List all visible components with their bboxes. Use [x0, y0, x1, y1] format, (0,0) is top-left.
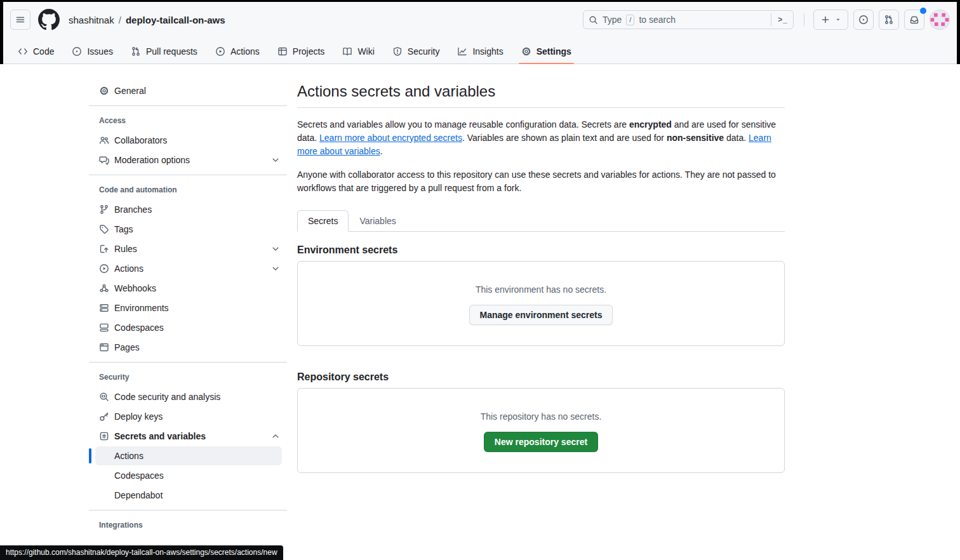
sidebar-item-tags[interactable]: Tags [89, 220, 287, 239]
browser-icon [99, 342, 109, 352]
manage-environment-secrets-button[interactable]: Manage environment secrets [469, 305, 613, 325]
repo-tab-insights[interactable]: Insights [448, 39, 512, 63]
repo-tab-label: Projects [293, 46, 325, 57]
sidebar-item-secrets-and-variables[interactable]: Secrets and variables [89, 427, 287, 446]
sidebar-item-label: Moderation options [114, 155, 190, 165]
repo-tab-label: Code [33, 46, 54, 57]
sidebar-section-code-and-automation: Code and automation [89, 180, 287, 199]
page-title: Actions secrets and variables [297, 81, 785, 107]
command-palette-icon[interactable]: >_ [771, 13, 788, 26]
avatar[interactable] [930, 10, 950, 30]
chevron-down-wrap [270, 244, 281, 254]
github-mark-icon [38, 9, 60, 30]
create-new-button[interactable] [813, 10, 848, 30]
sidebar-item-label: Webhooks [114, 283, 156, 293]
breadcrumb-owner[interactable]: shashitnak [69, 15, 114, 25]
hamburger-icon [15, 15, 25, 25]
sidebar-item-branches[interactable]: Branches [89, 200, 287, 219]
sidebar-item-dependabot[interactable]: Dependabot [95, 486, 282, 505]
sidebar-item-codespaces[interactable]: Codespaces [95, 466, 282, 485]
global-nav-menu-button[interactable] [10, 10, 30, 30]
settings-sidebar: GeneralAccessCollaboratorsModeration opt… [89, 81, 287, 535]
page-layout: GeneralAccessCollaboratorsModeration opt… [0, 64, 960, 560]
sidebar-item-label: Dependabot [114, 490, 163, 500]
intro-text: . Variables are shown as plain text and … [462, 133, 667, 143]
sidebar-divider [89, 362, 287, 363]
chevron-down-icon [270, 244, 281, 254]
header-divider [804, 13, 804, 26]
chevron-down-wrap [270, 263, 281, 274]
repo-tab-issues[interactable]: Issues [63, 39, 121, 63]
search-placeholder-suffix: to search [639, 15, 676, 25]
repo-tab-label: Settings [537, 46, 571, 57]
sidebar-item-code-security-and-analysis[interactable]: Code security and analysis [89, 387, 287, 406]
emphasized-text: encrypted [629, 119, 672, 130]
new-repository-secret-button[interactable]: New repository secret [484, 432, 598, 452]
sidebar-item-general[interactable]: General [89, 81, 287, 100]
shield-icon [392, 46, 403, 57]
breadcrumb: shashitnak / deploy-tailcall-on-aws [69, 15, 225, 25]
sidebar-item-collaborators[interactable]: Collaborators [89, 131, 287, 150]
emphasized-text: non-sensitive [667, 133, 724, 143]
note-paragraph: Anyone with collaborator access to this … [297, 168, 785, 195]
comment-icon [99, 155, 109, 165]
intro-text: data. [724, 133, 749, 143]
issue-opened-icon [858, 15, 869, 25]
repo-tab-code[interactable]: Code [9, 39, 63, 63]
sidebar-section-security: Security [89, 368, 287, 387]
sidebar-item-label: Rules [114, 244, 137, 254]
plus-icon [820, 15, 830, 25]
sidebar-item-label: Deploy keys [114, 411, 163, 422]
unread-notification-dot [920, 8, 926, 14]
environment-secrets-box: This environment has no secrets. Manage … [297, 261, 785, 346]
sidebar-item-rules[interactable]: Rules [89, 239, 287, 258]
browser-viewport: shashitnak / deploy-tailcall-on-aws Type… [0, 0, 960, 560]
sidebar-item-label: Codespaces [114, 323, 164, 333]
repo-tab-wiki[interactable]: Wiki [333, 39, 383, 63]
repo-tab-label: Insights [472, 46, 503, 57]
repo-tab-pull-requests[interactable]: Pull requests [122, 39, 206, 63]
sidebar-item-actions[interactable]: Actions [89, 259, 287, 278]
sidebar-item-label: Environments [114, 303, 169, 313]
github-logo[interactable] [38, 9, 60, 30]
breadcrumb-repo[interactable]: deploy-tailcall-on-aws [126, 15, 225, 25]
repository-secrets-box: This repository has no secrets. New repo… [297, 388, 785, 473]
sidebar-item-deploy-keys[interactable]: Deploy keys [89, 407, 287, 426]
tab-secrets[interactable]: Secrets [297, 210, 349, 232]
repo-tab-projects[interactable]: Projects [269, 39, 334, 63]
gear-icon [99, 86, 109, 96]
sidebar-item-actions[interactable]: Actions [95, 446, 282, 465]
search-placeholder-prefix: Type [603, 15, 622, 25]
codespaces-icon [99, 323, 109, 333]
breadcrumb-separator: / [119, 15, 121, 25]
codescan-icon [99, 392, 109, 402]
global-pull-requests-button[interactable] [879, 10, 899, 30]
notifications-button[interactable] [904, 10, 924, 30]
sidebar-item-codespaces[interactable]: Codespaces [89, 318, 287, 337]
people-icon [99, 135, 109, 145]
rules-icon [99, 244, 109, 254]
sidebar-item-moderation-options[interactable]: Moderation options [89, 150, 287, 170]
gear-icon [521, 46, 531, 57]
selected-indicator-bar [89, 448, 91, 463]
repository-empty-text: This repository has no secrets. [298, 411, 784, 422]
tab-variables[interactable]: Variables [349, 210, 406, 232]
learn-encrypted-secrets-link[interactable]: Learn more about encrypted secrets [319, 133, 462, 143]
search-input[interactable]: Type / to search >_ [583, 10, 794, 29]
graph-icon [457, 46, 467, 57]
sidebar-item-label: Pages [114, 342, 140, 352]
chevron-down-icon [270, 263, 281, 274]
repo-tab-label: Pull requests [146, 46, 197, 57]
sidebar-item-label: Code security and analysis [114, 392, 220, 402]
repo-tab-security[interactable]: Security [383, 39, 449, 63]
sidebar-item-webhooks[interactable]: Webhooks [89, 279, 287, 298]
sidebar-item-pages[interactable]: Pages [89, 338, 287, 357]
sidebar-item-environments[interactable]: Environments [89, 298, 287, 317]
search-icon [589, 15, 598, 25]
repo-tab-settings[interactable]: Settings [512, 39, 580, 63]
book-icon [342, 46, 352, 57]
secretbox-icon [99, 431, 109, 441]
global-issues-button[interactable] [853, 10, 874, 30]
repo-tab-actions[interactable]: Actions [206, 39, 269, 63]
intro-text: . [380, 146, 383, 156]
